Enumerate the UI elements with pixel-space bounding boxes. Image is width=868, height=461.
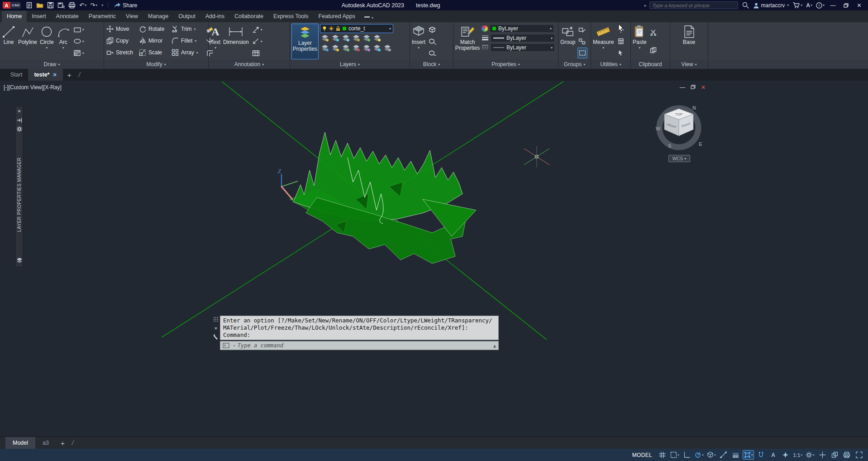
layout-tab-a3[interactable]: a3: [35, 437, 56, 449]
layer-walk-button[interactable]: [362, 44, 371, 53]
polyline-button[interactable]: Polyline: [17, 23, 38, 60]
tab-collaborate[interactable]: Collaborate: [229, 11, 268, 22]
plot-icon[interactable]: [67, 1, 77, 10]
snap-toggle[interactable]: ▾: [669, 450, 680, 460]
open-file-icon[interactable]: [35, 1, 45, 10]
drawing-canvas[interactable]: [-][Custom View][X-Ray] — ✕ ✕ LAYER PROP…: [0, 81, 868, 437]
autoscale-toggle[interactable]: [780, 450, 791, 460]
layer-dropdown[interactable]: corte_t ▾: [320, 24, 393, 33]
command-customize-icon[interactable]: [213, 334, 219, 341]
layer-isolate-button[interactable]: [331, 34, 339, 43]
fillet-dropdown-icon[interactable]: ▾: [195, 39, 196, 43]
stretch-button[interactable]: Stretch: [105, 49, 138, 56]
base-button[interactable]: Base: [682, 23, 696, 60]
panel-label-block[interactable]: Block▾: [410, 60, 453, 69]
object-snap-tracking-toggle[interactable]: [718, 450, 729, 460]
search-box[interactable]: [649, 1, 738, 9]
viewport-controls[interactable]: [-][Custom View][X-Ray]: [4, 84, 62, 91]
close-button[interactable]: ✕: [853, 1, 865, 10]
layer-on-button[interactable]: [373, 34, 381, 43]
color-wheel-icon[interactable]: [482, 25, 488, 32]
model-space-toggle[interactable]: MODEL: [629, 450, 656, 460]
annotation-monitor-button[interactable]: [817, 450, 828, 460]
help-icon[interactable]: ?▾: [815, 1, 826, 10]
palette-layers-icon[interactable]: [16, 256, 23, 265]
multileader-button[interactable]: ▾: [251, 36, 263, 47]
tab-featured-apps[interactable]: Featured Apps: [314, 11, 360, 22]
ortho-toggle[interactable]: [682, 450, 692, 460]
tab-manage[interactable]: Manage: [143, 11, 173, 22]
viewport-minimize-icon[interactable]: —: [680, 84, 685, 91]
group-edit-button[interactable]: [577, 24, 587, 35]
share-button[interactable]: Share: [114, 2, 137, 9]
layer-properties-button[interactable]: Layer Properties: [291, 24, 319, 59]
minimize-button[interactable]: —: [827, 1, 839, 10]
id-point-button[interactable]: [616, 24, 625, 35]
object-snap-toggle[interactable]: ▾: [743, 450, 754, 460]
move-button[interactable]: Move: [105, 25, 138, 33]
viewcube-east[interactable]: E: [699, 141, 702, 147]
layer-make-current-button[interactable]: [321, 44, 329, 53]
redo-button[interactable]: ↷▾: [89, 1, 99, 10]
layer-merge-button[interactable]: [373, 44, 381, 53]
tab-parametric[interactable]: Parametric: [84, 11, 121, 22]
layer-unlock-button[interactable]: [362, 34, 371, 43]
ungroup-button[interactable]: [577, 36, 587, 47]
file-tab-start[interactable]: Start: [5, 69, 28, 81]
command-recent-icon[interactable]: ▾: [233, 344, 235, 348]
tab-home[interactable]: Home: [2, 11, 27, 22]
block-attributes-button[interactable]: [428, 48, 437, 58]
scale-button[interactable]: Scale: [138, 49, 170, 56]
qat-customize-icon[interactable]: ▾: [100, 1, 105, 10]
trim-dropdown-icon[interactable]: ▾: [194, 27, 196, 31]
copy-button[interactable]: Copy: [105, 37, 138, 44]
file-tab-overflow-icon[interactable]: /: [76, 69, 83, 81]
panel-label-view[interactable]: View▾: [670, 60, 708, 69]
quick-calc-button[interactable]: [616, 36, 625, 47]
write-block-button[interactable]: [428, 36, 437, 47]
measure-button[interactable]: Measure ▾: [592, 23, 615, 60]
panel-label-utilities[interactable]: Utilities▾: [591, 60, 630, 69]
file-tab-close-icon[interactable]: ✕: [52, 72, 57, 78]
palette-settings-icon[interactable]: [17, 125, 22, 134]
palette-autohide-icon[interactable]: [17, 115, 22, 125]
match-properties-button[interactable]: Match Properties: [454, 23, 481, 60]
isolate-objects-button[interactable]: [829, 450, 840, 460]
snap-magnet-toggle[interactable]: [755, 450, 766, 460]
tab-express-tools[interactable]: Express Tools: [268, 11, 314, 22]
lineweight-dropdown[interactable]: ByLayer ▾: [491, 34, 555, 42]
fillet-button[interactable]: Fillet▾: [170, 37, 204, 44]
workspace-switching-button[interactable]: ▾: [805, 450, 816, 460]
layout-overflow-icon[interactable]: /: [69, 437, 76, 449]
linetype-dropdown[interactable]: ByLayer ▾: [491, 43, 555, 52]
rectangle-tool-button[interactable]: ▾: [72, 24, 85, 35]
hatch-tool-button[interactable]: ▾: [72, 48, 85, 58]
save-icon[interactable]: [46, 1, 55, 10]
array-dropdown-icon[interactable]: ▾: [196, 51, 198, 55]
autodesk-apps-icon[interactable]: A▾: [805, 1, 814, 10]
leader-button[interactable]: ▾: [251, 24, 263, 35]
layer-previous-button[interactable]: [342, 44, 350, 53]
tab-output[interactable]: Output: [173, 11, 200, 22]
arc-dropdown-icon[interactable]: ▾: [62, 46, 64, 50]
panel-label-properties[interactable]: Properties▾: [453, 60, 558, 69]
viewcube-south[interactable]: S: [668, 143, 671, 149]
copy-clip-button[interactable]: [649, 45, 658, 56]
annotation-visibility-toggle[interactable]: A: [768, 450, 778, 460]
undo-button[interactable]: ↶▾: [78, 1, 88, 10]
table-button[interactable]: [251, 48, 263, 58]
search-input[interactable]: [653, 3, 735, 8]
array-button[interactable]: Array▾: [170, 49, 204, 56]
model-tab[interactable]: Model: [5, 437, 35, 449]
layer-delete-button[interactable]: [383, 44, 391, 53]
command-close-icon[interactable]: ✕: [215, 325, 218, 331]
insert-button[interactable]: Insert ▾: [411, 23, 426, 60]
ellipse-tool-button[interactable]: ▾: [72, 36, 85, 47]
tab-insert[interactable]: Insert: [27, 11, 51, 22]
quick-select-button[interactable]: [616, 48, 625, 58]
new-file-icon[interactable]: [24, 1, 34, 10]
file-tab-doc[interactable]: teste*✕: [28, 69, 62, 81]
layer-properties-palette-strip[interactable]: ✕ LAYER PROPERTIES MANAGER: [15, 106, 23, 267]
layer-match-button[interactable]: [331, 44, 339, 53]
group-button[interactable]: Group: [559, 23, 576, 60]
